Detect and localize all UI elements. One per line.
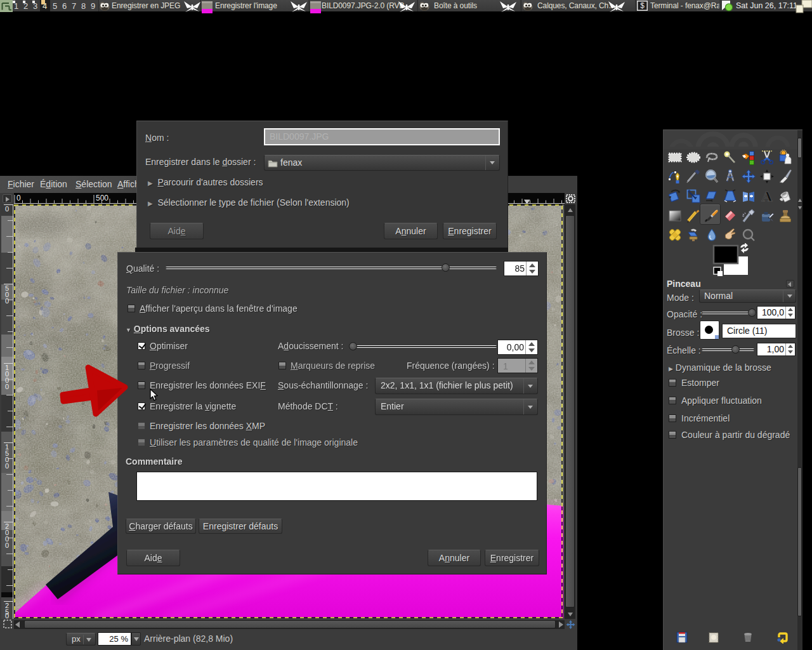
svg-text:0: 0 — [5, 462, 9, 470]
svg-text:0: 0 — [5, 383, 9, 390]
svg-text:0: 0 — [5, 612, 9, 619]
svg-text:0: 0 — [16, 194, 21, 202]
svg-text:A: A — [761, 189, 773, 204]
svg-text:0: 0 — [5, 297, 9, 305]
svg-text:0: 0 — [5, 205, 9, 213]
svg-text:500: 500 — [96, 194, 108, 202]
svg-text:0: 0 — [5, 541, 9, 549]
